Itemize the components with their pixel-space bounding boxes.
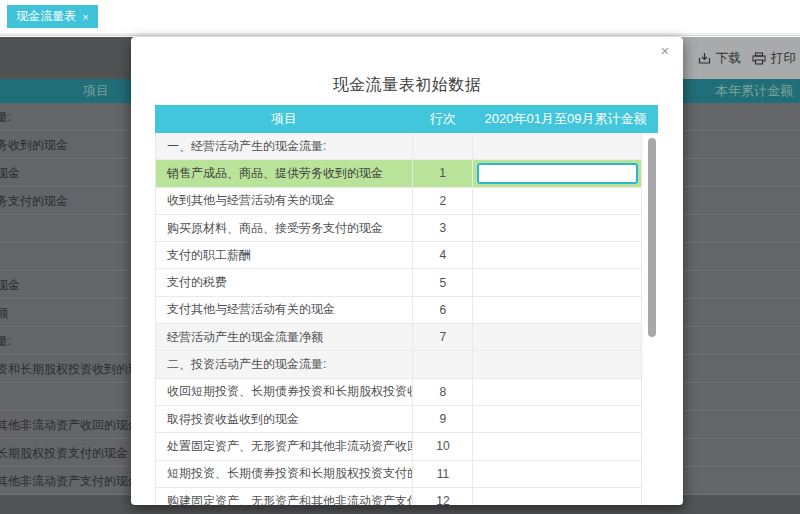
- table-row[interactable]: 处置固定资产、无形资产和其他非流动资产收回的现金净额 10: [155, 433, 642, 460]
- table-row[interactable]: 支付其他与经营活动有关的现金 6: [155, 297, 642, 324]
- row-item-label: 购建固定资产、无形资产和其他非流动资产支付的现金: [156, 488, 412, 505]
- row-line-number: 9: [412, 406, 472, 432]
- row-item-label: 一、经营活动产生的现金流量:: [156, 133, 412, 159]
- background-row-label: 支付其他与经营活动有关的现金: [0, 276, 20, 293]
- row-line-number: 2: [412, 188, 472, 214]
- row-item-label: 收回短期投资、长期债券投资和长期股权投资收到的现金: [156, 379, 412, 405]
- tabbar-divider: [0, 33, 800, 36]
- background-row-label: 收回短期投资、长期债券投资和长期股权投资收到的现金: [0, 360, 152, 377]
- table-row[interactable]: 二、投资活动产生的现金流量:: [155, 351, 642, 378]
- row-line-number: [412, 351, 472, 377]
- row-amount-cell[interactable]: [472, 379, 641, 405]
- row-line-number: 3: [412, 215, 472, 241]
- row-line-number: 5: [412, 269, 472, 295]
- tab-bar: 现金流量表 ×: [0, 0, 800, 33]
- row-item-label: 经营活动产生的现金流量净额: [156, 324, 412, 350]
- row-item-label: 取得投资收益收到的现金: [156, 406, 412, 432]
- background-header-amount: 本年累计金额: [715, 79, 793, 103]
- row-line-number: 12: [412, 488, 472, 505]
- row-amount-cell[interactable]: [472, 324, 641, 350]
- row-line-number: 8: [412, 379, 472, 405]
- background-row-label: 短期投资、长期债券投资和长期股权投资支付的现金: [0, 444, 128, 461]
- row-amount-cell[interactable]: [472, 160, 641, 186]
- row-amount-cell[interactable]: [472, 406, 641, 432]
- download-label: 下载: [716, 50, 741, 67]
- row-line-number: 4: [412, 242, 472, 268]
- download-button[interactable]: 下载: [698, 49, 741, 67]
- row-amount-cell[interactable]: [472, 188, 641, 214]
- table-row[interactable]: 取得投资收益收到的现金 9: [155, 406, 642, 433]
- background-row-label: 二、投资活动产生的现金流量:: [0, 332, 11, 349]
- row-item-label: 短期投资、长期债券投资和长期股权投资支付的现金: [156, 461, 412, 487]
- background-row-label: 收到其他与经营活动有关的现金: [0, 164, 20, 181]
- row-item-label: 支付其他与经营活动有关的现金: [156, 297, 412, 323]
- row-line-number: 11: [412, 461, 472, 487]
- initial-data-dialog: × 现金流量表初始数据 项目 行次 2020年01月至09月累计金额 一、经营活…: [131, 37, 683, 505]
- amount-input[interactable]: [477, 163, 638, 184]
- row-amount-cell[interactable]: [472, 215, 641, 241]
- app-screen: 现金流量表 × 下载 打印: [0, 0, 800, 514]
- row-item-label: 销售产成品、商品、提供劳务收到的现金: [156, 160, 412, 186]
- column-header-line: 行次: [413, 105, 473, 133]
- table-header-row: 项目 行次 2020年01月至09月累计金额: [155, 105, 658, 133]
- table-scrollbar[interactable]: [648, 138, 656, 337]
- tab-close-icon[interactable]: ×: [82, 11, 88, 23]
- row-amount-cell[interactable]: [472, 242, 641, 268]
- background-dark-panel: [0, 37, 135, 79]
- tab-cash-flow-statement[interactable]: 现金流量表 ×: [7, 5, 98, 28]
- row-amount-cell[interactable]: [472, 461, 641, 487]
- row-item-label: 处置固定资产、无形资产和其他非流动资产收回的现金净额: [156, 433, 412, 459]
- table-row[interactable]: 购建固定资产、无形资产和其他非流动资产支付的现金 12: [155, 488, 642, 505]
- initial-data-table: 项目 行次 2020年01月至09月累计金额 一、经营活动产生的现金流量: 销售…: [155, 105, 658, 505]
- row-item-label: 购买原材料、商品、接受劳务支付的现金: [156, 215, 412, 241]
- dialog-title: 现金流量表初始数据: [131, 75, 683, 96]
- table-row[interactable]: 购买原材料、商品、接受劳务支付的现金 3: [155, 215, 642, 242]
- row-item-label: 收到其他与经营活动有关的现金: [156, 188, 412, 214]
- table-body: 一、经营活动产生的现金流量: 销售产成品、商品、提供劳务收到的现金 1 收到其他…: [155, 133, 658, 505]
- print-button[interactable]: 打印: [752, 49, 796, 67]
- tab-label: 现金流量表: [16, 8, 76, 25]
- row-line-number: 1: [412, 160, 472, 186]
- table-row[interactable]: 一、经营活动产生的现金流量:: [155, 133, 642, 160]
- table-row[interactable]: 经营活动产生的现金流量净额 7: [155, 324, 642, 351]
- table-row[interactable]: 短期投资、长期债券投资和长期股权投资支付的现金 11: [155, 461, 642, 488]
- table-row[interactable]: 收到其他与经营活动有关的现金 2: [155, 188, 642, 215]
- dialog-close-icon[interactable]: ×: [656, 42, 674, 60]
- table-row[interactable]: 收回短期投资、长期债券投资和长期股权投资收到的现金 8: [155, 379, 642, 406]
- row-amount-cell[interactable]: [472, 269, 641, 295]
- background-header-item: 项目: [83, 79, 109, 103]
- row-item-label: 支付的税费: [156, 269, 412, 295]
- row-amount-cell[interactable]: [472, 488, 641, 505]
- column-header-item: 项目: [155, 105, 413, 133]
- row-amount-cell[interactable]: [472, 133, 641, 159]
- row-amount-cell[interactable]: [472, 351, 641, 377]
- table-row[interactable]: 支付的职工薪酬 4: [155, 242, 642, 269]
- table-row[interactable]: 支付的税费 5: [155, 269, 642, 296]
- row-line-number: 6: [412, 297, 472, 323]
- background-row-label: 购建固定资产、无形资产和其他非流动资产支付的现金: [0, 472, 140, 489]
- download-icon: [698, 52, 711, 65]
- table-row[interactable]: 销售产成品、商品、提供劳务收到的现金 1: [155, 160, 642, 187]
- row-amount-cell[interactable]: [472, 433, 641, 459]
- background-row-label: 经营活动产生的现金流量净额: [0, 304, 8, 321]
- row-line-number: [412, 133, 472, 159]
- row-item-label: 二、投资活动产生的现金流量:: [156, 351, 412, 377]
- background-row-label: 销售产成品、商品、提供劳务收到的现金: [0, 136, 68, 153]
- background-row-label: 购买原材料、商品、接受劳务支付的现金: [0, 192, 68, 209]
- print-label: 打印: [771, 50, 796, 67]
- background-row-label: 一、经营活动产生的现金流量:: [0, 108, 11, 125]
- row-amount-cell[interactable]: [472, 297, 641, 323]
- row-item-label: 支付的职工薪酬: [156, 242, 412, 268]
- column-header-amount: 2020年01月至09月累计金额: [473, 105, 658, 133]
- print-icon: [752, 52, 766, 65]
- row-line-number: 7: [412, 324, 472, 350]
- row-line-number: 10: [412, 433, 472, 459]
